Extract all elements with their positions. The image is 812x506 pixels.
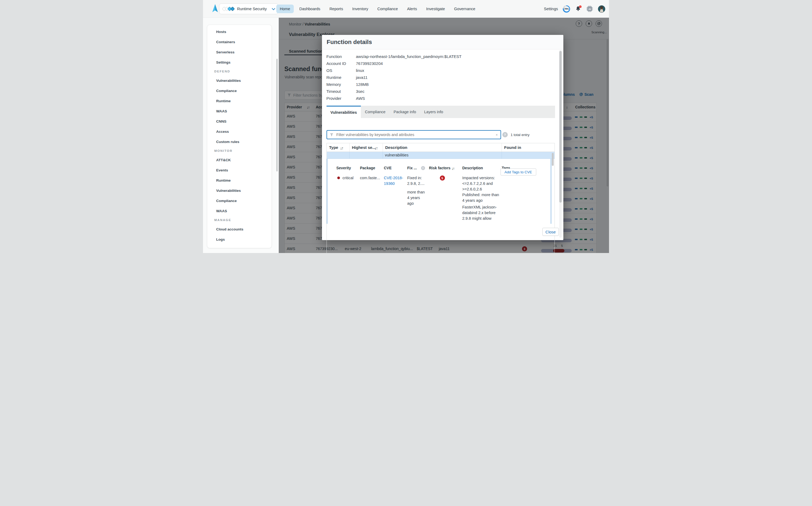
sidebar-item[interactable]: CNNS [207,116,272,126]
sidebar-item-label: WAAS [214,107,229,115]
sidebar-item-label: Compliance [214,87,239,94]
sidebar-item-label: Runtime [214,177,233,184]
sidebar-item-label: Vulnerabilities [214,187,243,194]
sidebar-item[interactable]: DEFEND [207,67,272,75]
severity-dot [337,177,340,179]
modal-tab[interactable]: Compliance [361,106,390,118]
field-label: Timeout [326,89,356,94]
sidebar-item[interactable]: Cloud accounts [207,224,272,234]
credits-gauge-value: 78% [564,7,569,10]
sidebar-item[interactable]: MONITOR [207,147,272,155]
col-description[interactable]: Description [385,145,408,150]
sidebar-scrollbar[interactable] [276,59,278,171]
risk-factors-badge[interactable]: 5 [440,175,445,181]
vulnerabilities-table-scrollbar[interactable] [552,153,554,166]
field-label: Runtime [326,75,356,80]
nav-item[interactable]: Home [276,5,294,13]
filter-help-icon[interactable]: ? [502,132,508,137]
nav-item[interactable]: Compliance [374,5,401,13]
cve-link[interactable]: CVE-2018- 19360 [384,175,403,186]
sidebar-item[interactable]: Hosts [207,26,272,37]
sidebar-item-label: MONITOR [212,148,235,154]
sidebar-item-label: Settings [214,59,232,66]
sidebar-item[interactable]: Access [207,126,272,137]
filter-funnel-icon [330,133,334,137]
expanded-cve-panel: Severity Package CVE Fix ... ? Risk fact… [327,159,551,224]
sidebar-item[interactable]: Runtime [207,96,272,106]
field-row: Function aws/ap-northeast-1/lambda_funct… [326,53,461,60]
notifications-bell-icon[interactable] [575,6,581,12]
vulnerabilities-filter-field[interactable] [336,132,493,137]
vulnerabilities-table: Type ↓↑ Highest se... ↓↑ Description Fou… [326,143,555,253]
add-tags-to-cve-button[interactable]: Add Tags to CVE [501,168,536,175]
modal-tab[interactable]: Package info [390,106,420,118]
nav-item[interactable]: Dashboards [296,5,324,13]
modal-scrollbar-thumb[interactable] [559,51,562,202]
nav-item[interactable]: Investigate [423,5,448,13]
sidebar-item-label: CNNS [214,118,228,125]
sidebar-item[interactable]: MANAGE [207,216,272,224]
sidebar-item-label: Serverless [214,49,236,56]
sidebar-item[interactable]: Vulnerabilities [207,75,272,86]
nav-item[interactable]: Reports [326,5,347,13]
field-row: Account ID 767399230204 [326,60,461,67]
product-switcher-label: Runtime Security [237,7,272,11]
sidebar-item[interactable]: Serverless [207,47,272,57]
col-highest-severity[interactable]: Highest se... [352,145,376,150]
sidebar-item[interactable]: Custom rules [207,137,272,147]
sidebar-item-label: WAAS [214,207,229,215]
sidebar-item-label: Vulnerabilities [214,77,243,84]
field-value: java11 [356,75,368,80]
product-modules-icon [223,6,235,11]
nav-item[interactable]: Governance [451,5,479,13]
field-value: 767399230204 [356,61,383,66]
field-label: Memory [326,82,356,87]
nav-item[interactable]: Alerts [403,5,421,13]
col-type[interactable]: Type [329,145,338,150]
function-details-modal: Function details Function aws/ap-northea… [322,35,564,240]
sidebar: Hosts Containers Serverless Settings [207,25,272,248]
sidebar-item-label: Runtime [214,97,233,105]
notification-badge [579,5,582,8]
sidebar-item[interactable]: Containers [207,37,272,47]
sort-icon[interactable]: ↓↑ [452,166,454,171]
brand-logo-icon[interactable] [211,3,219,14]
modal-tab[interactable]: Layers info [420,106,447,118]
sort-icon[interactable]: ↓↑ [375,146,377,150]
vulnerabilities-filter-input[interactable]: × [326,130,501,139]
sidebar-item[interactable]: Compliance [207,195,272,206]
sidebar-item-label: Compliance [214,197,239,204]
cve-description-2: FasterXML jackson- databind 2.x before 2… [462,204,497,221]
sidebar-item-label: Hosts [214,28,228,35]
sidebar-item[interactable]: Vulnerabilities [207,185,272,195]
total-entries-label: 1 total entry [511,133,530,137]
sidebar-item[interactable]: Events [207,165,272,175]
sidebar-item[interactable]: Runtime [207,175,272,185]
modal-header: Function details [322,35,564,50]
fix-help-icon[interactable]: ? [421,166,425,170]
selected-vulnerability-row[interactable]: vulnerabilities [327,152,555,159]
product-switcher[interactable]: Runtime Security [219,3,278,14]
chevron-down-icon [272,7,275,10]
modal-tab[interactable]: Vulnerabilities [326,106,361,118]
credits-gauge[interactable]: 78% [563,5,570,13]
sort-icon[interactable]: ↓↑ [340,146,343,150]
sidebar-item-label: Events [214,167,230,174]
settings-link[interactable]: Settings [544,7,558,11]
user-avatar[interactable] [598,5,605,13]
col-found-in[interactable]: Found in [504,145,521,150]
sidebar-item-label: MANAGE [212,217,233,223]
field-value: aws/ap-northeast-1/lambda_function_paedm… [356,54,461,59]
sidebar-item[interactable]: WAAS [207,206,272,216]
sidebar-item[interactable]: Settings [207,57,272,67]
sidebar-item[interactable]: Compliance [207,86,272,96]
ai-copilot-icon[interactable]: AI [586,5,593,12]
sidebar-item-label: Cloud accounts [214,226,245,233]
sidebar-item[interactable]: ATT&CK [207,155,272,165]
sidebar-item[interactable]: Logs [207,234,272,244]
sidebar-item[interactable]: WAAS [207,106,272,116]
clear-filter-icon[interactable]: × [496,133,498,137]
nav-item[interactable]: Inventory [349,5,372,13]
close-button[interactable]: Close [542,228,559,236]
vulnerabilities-table-header: Type ↓↑ Highest se... ↓↑ Description Fou… [327,143,555,152]
